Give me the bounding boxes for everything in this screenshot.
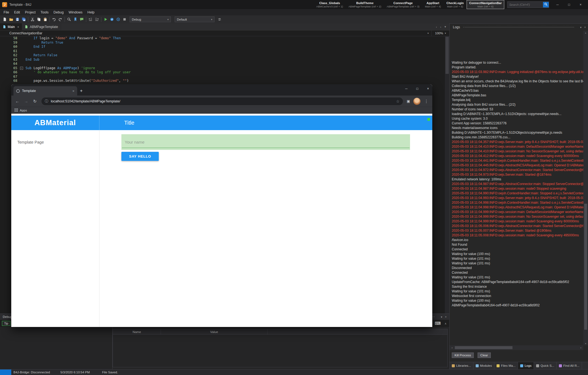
sub-selector[interactable]: ConnectNavigationBar ▾ [0, 30, 431, 36]
menu-debug[interactable]: Debug [51, 10, 66, 14]
editor-tab-abmpagetemplate[interactable]: ABMPageTemplate [22, 23, 61, 30]
close-icon[interactable]: × [427, 87, 429, 91]
chevron-down-icon[interactable]: ▾ [580, 26, 581, 29]
bookmark-star-icon[interactable]: ☆ [396, 99, 400, 103]
kill-process-button[interactable]: Kill Process [452, 352, 474, 358]
chevron-up-icon[interactable]: ∧ [445, 322, 447, 325]
site-info-icon[interactable]: ⓘ [45, 99, 48, 104]
quick-tab-connectnavigationbar[interactable]: ConnectNavigationBarMain (ctrl + 6) [467, 0, 504, 9]
save-all-icon[interactable] [21, 16, 27, 23]
watch-column-name[interactable]: Name [113, 329, 161, 334]
scroll-right-icon[interactable]: ▸ [579, 345, 583, 350]
compile-icon[interactable] [115, 16, 121, 23]
code-text[interactable]: Sub LogOff(page As ABMPage) 'ignore [26, 66, 95, 71]
editor-tab-main[interactable]: Main× [0, 23, 22, 30]
stop-icon[interactable] [121, 16, 128, 23]
close-tab-icon[interactable]: × [72, 89, 74, 93]
browser-action-icon[interactable]: ▣ [406, 99, 411, 103]
close-icon[interactable]: × [445, 315, 447, 318]
quick-tab-appstart[interactable]: AppStartMain (ctrl + 4) [422, 0, 443, 9]
back-icon[interactable]: ← [13, 99, 21, 103]
tip-button[interactable]: Tip [2, 321, 10, 326]
clear-button[interactable]: Clear [478, 352, 491, 358]
fold-collapse-icon[interactable]: − [20, 67, 23, 70]
quick-tab-checklogin[interactable]: CheckLoginMain (ctrl + 5) [444, 0, 466, 9]
run-icon[interactable] [102, 16, 109, 23]
panel-tab-findallr[interactable]: Find All R... [557, 362, 582, 369]
undo-icon[interactable] [51, 16, 57, 23]
tab-list-icon[interactable]: ▾ [444, 25, 446, 29]
address-bar[interactable]: ⓘ localhost:51042/template/ABMPageTempla… [41, 97, 403, 105]
minimize-icon[interactable]: ─ [405, 87, 408, 91]
code-text[interactable]: ' do whatever you have to do to log off … [26, 70, 131, 75]
url-text[interactable]: localhost:51042/template/ABMPageTemplate… [51, 99, 120, 103]
search-input[interactable] [508, 3, 543, 6]
minimize-icon[interactable]: ─ [552, 3, 563, 7]
outdent-icon[interactable] [94, 16, 100, 23]
close-icon[interactable]: × [575, 3, 586, 7]
new-file-icon[interactable] [2, 16, 8, 23]
search-button[interactable] [543, 2, 549, 7]
close-tab-icon[interactable]: × [17, 25, 19, 29]
cut-icon[interactable] [29, 16, 36, 23]
panel-tab-libraries[interactable]: Libraries... [450, 362, 473, 369]
maximize-icon[interactable]: □ [563, 3, 575, 7]
panel-tab-modules[interactable]: Modules [473, 362, 494, 369]
bookmark-icon[interactable] [72, 16, 79, 23]
reload-icon[interactable]: ↻ [31, 99, 39, 104]
quick-tab-connectpage[interactable]: ConnectPageABMPageTemplate (ctrl + 3) [384, 0, 422, 9]
tab-scroll-left-icon[interactable]: ‹ [436, 25, 437, 29]
code-area[interactable]: 58 If login = "demo" And Password = "dem… [0, 36, 444, 83]
panel-tab-quicks[interactable]: Quick S... [534, 362, 557, 369]
scroll-up-icon[interactable]: ▲ [583, 31, 588, 35]
editor-scrollbar-thumb[interactable] [445, 37, 449, 74]
quick-tab-buildtheme[interactable]: BuildThemeABMPageTemplate (ctrl + 2) [346, 0, 384, 9]
menu-project[interactable]: Project [23, 10, 38, 14]
tab-scroll-right-icon[interactable]: › [440, 25, 441, 29]
browser-menu-icon[interactable]: ⋮ [423, 99, 430, 104]
sidebar-item-template-page[interactable]: Template Page [17, 140, 99, 144]
editor-scrollbar[interactable] [445, 36, 449, 314]
avatar[interactable] [413, 98, 420, 105]
debug-mode-select[interactable]: Debug ▾ [130, 16, 171, 22]
indent-icon[interactable] [87, 16, 94, 23]
menu-windows[interactable]: Windows [66, 10, 85, 14]
zoom-select[interactable]: 100% ▾ [431, 30, 449, 36]
apps-grid-icon[interactable] [15, 108, 18, 113]
paste-icon[interactable] [42, 16, 48, 23]
watch-column-value[interactable]: Value [161, 329, 267, 334]
logs-horizontal-scrollbar[interactable]: ◂ ▸ [450, 345, 583, 350]
close-icon[interactable]: × [584, 26, 586, 29]
code-text[interactable]: If login = "demo" And Password = "demo" … [26, 36, 121, 41]
panel-tab-filesma[interactable]: Files Ma... [494, 362, 518, 369]
maximize-icon[interactable]: □ [416, 87, 418, 91]
logs-vertical-scrollbar[interactable]: ▲ ▼ [583, 31, 588, 345]
panel-drag-handle[interactable] [463, 27, 574, 27]
forward-icon[interactable]: → [22, 99, 30, 103]
code-text[interactable]: page.ws.Session.SetAttribute("IsAuthoriz… [26, 79, 129, 83]
scroll-down-icon[interactable]: ▼ [583, 342, 588, 345]
new-tab-button[interactable]: + [77, 87, 85, 95]
say-hello-button[interactable]: SAY HELLO [121, 152, 159, 161]
code-text[interactable]: Return False [26, 53, 57, 58]
code-text[interactable]: End Sub [26, 58, 40, 62]
apps-label[interactable]: Apps [20, 109, 27, 112]
comment-icon[interactable] [79, 16, 85, 23]
keyboard-icon[interactable]: ⌨ [435, 321, 441, 326]
menu-file[interactable]: File [1, 10, 12, 14]
logs-hscroll-thumb[interactable] [455, 346, 512, 349]
copy-icon[interactable] [36, 16, 42, 23]
menu-tools[interactable]: Tools [38, 10, 51, 14]
chevron-down-icon[interactable]: ▾ [441, 315, 442, 318]
logs-vscroll-thumb[interactable] [584, 204, 587, 329]
site-logo[interactable]: ABMaterial [11, 116, 99, 130]
find-icon[interactable] [66, 16, 72, 23]
scroll-left-icon[interactable]: ◂ [450, 345, 454, 350]
redo-icon[interactable] [57, 16, 63, 23]
build-configuration-select[interactable]: Default ▾ [175, 16, 214, 22]
menu-edit[interactable]: Edit [12, 10, 23, 14]
menu-help[interactable]: Help [85, 10, 97, 14]
logs-output[interactable]: Waiting for debugger to connect...Progra… [450, 31, 583, 345]
save-icon[interactable] [14, 16, 21, 23]
code-text[interactable]: Return True [26, 41, 63, 45]
